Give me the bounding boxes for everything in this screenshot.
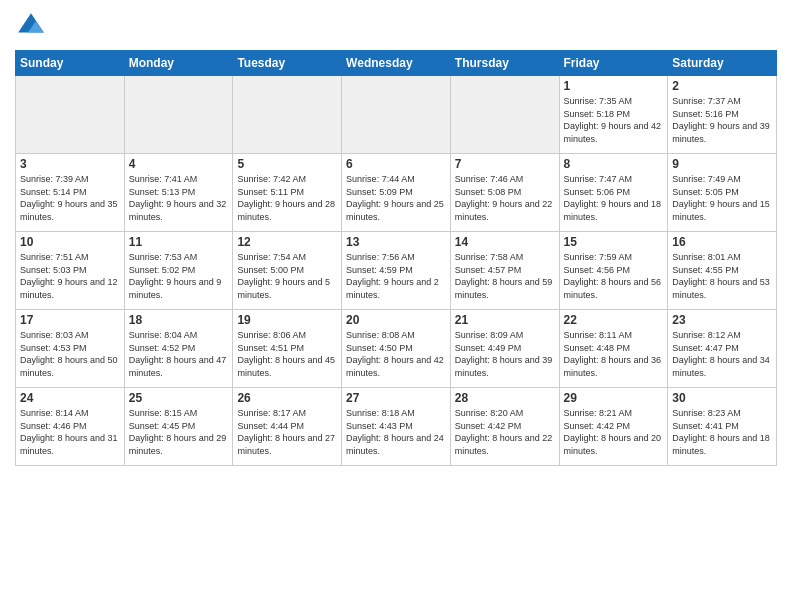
calendar-cell: 11Sunrise: 7:53 AM Sunset: 5:02 PM Dayli… bbox=[124, 232, 233, 310]
day-number: 1 bbox=[564, 79, 664, 93]
calendar-cell: 23Sunrise: 8:12 AM Sunset: 4:47 PM Dayli… bbox=[668, 310, 777, 388]
day-info: Sunrise: 8:15 AM Sunset: 4:45 PM Dayligh… bbox=[129, 407, 229, 457]
day-info: Sunrise: 8:08 AM Sunset: 4:50 PM Dayligh… bbox=[346, 329, 446, 379]
day-info: Sunrise: 8:03 AM Sunset: 4:53 PM Dayligh… bbox=[20, 329, 120, 379]
day-info: Sunrise: 7:56 AM Sunset: 4:59 PM Dayligh… bbox=[346, 251, 446, 301]
day-info: Sunrise: 8:18 AM Sunset: 4:43 PM Dayligh… bbox=[346, 407, 446, 457]
day-number: 17 bbox=[20, 313, 120, 327]
day-number: 15 bbox=[564, 235, 664, 249]
day-number: 10 bbox=[20, 235, 120, 249]
day-number: 19 bbox=[237, 313, 337, 327]
calendar-cell: 7Sunrise: 7:46 AM Sunset: 5:08 PM Daylig… bbox=[450, 154, 559, 232]
calendar-cell: 14Sunrise: 7:58 AM Sunset: 4:57 PM Dayli… bbox=[450, 232, 559, 310]
calendar-cell: 16Sunrise: 8:01 AM Sunset: 4:55 PM Dayli… bbox=[668, 232, 777, 310]
day-info: Sunrise: 7:41 AM Sunset: 5:13 PM Dayligh… bbox=[129, 173, 229, 223]
calendar-table: SundayMondayTuesdayWednesdayThursdayFrid… bbox=[15, 50, 777, 466]
calendar-header-thursday: Thursday bbox=[450, 51, 559, 76]
calendar-cell: 18Sunrise: 8:04 AM Sunset: 4:52 PM Dayli… bbox=[124, 310, 233, 388]
calendar-cell bbox=[16, 76, 125, 154]
calendar-cell: 27Sunrise: 8:18 AM Sunset: 4:43 PM Dayli… bbox=[342, 388, 451, 466]
day-number: 26 bbox=[237, 391, 337, 405]
day-number: 23 bbox=[672, 313, 772, 327]
calendar-cell: 25Sunrise: 8:15 AM Sunset: 4:45 PM Dayli… bbox=[124, 388, 233, 466]
day-info: Sunrise: 8:21 AM Sunset: 4:42 PM Dayligh… bbox=[564, 407, 664, 457]
day-info: Sunrise: 8:20 AM Sunset: 4:42 PM Dayligh… bbox=[455, 407, 555, 457]
day-info: Sunrise: 8:09 AM Sunset: 4:49 PM Dayligh… bbox=[455, 329, 555, 379]
day-info: Sunrise: 7:54 AM Sunset: 5:00 PM Dayligh… bbox=[237, 251, 337, 301]
calendar-header-friday: Friday bbox=[559, 51, 668, 76]
day-info: Sunrise: 7:46 AM Sunset: 5:08 PM Dayligh… bbox=[455, 173, 555, 223]
calendar-week-4: 24Sunrise: 8:14 AM Sunset: 4:46 PM Dayli… bbox=[16, 388, 777, 466]
day-number: 5 bbox=[237, 157, 337, 171]
calendar-cell bbox=[233, 76, 342, 154]
calendar-cell: 6Sunrise: 7:44 AM Sunset: 5:09 PM Daylig… bbox=[342, 154, 451, 232]
day-number: 24 bbox=[20, 391, 120, 405]
calendar-cell: 12Sunrise: 7:54 AM Sunset: 5:00 PM Dayli… bbox=[233, 232, 342, 310]
page-container: SundayMondayTuesdayWednesdayThursdayFrid… bbox=[0, 0, 792, 476]
calendar-header-row: SundayMondayTuesdayWednesdayThursdayFrid… bbox=[16, 51, 777, 76]
day-number: 22 bbox=[564, 313, 664, 327]
calendar-cell: 4Sunrise: 7:41 AM Sunset: 5:13 PM Daylig… bbox=[124, 154, 233, 232]
calendar-cell bbox=[124, 76, 233, 154]
calendar-cell: 15Sunrise: 7:59 AM Sunset: 4:56 PM Dayli… bbox=[559, 232, 668, 310]
day-info: Sunrise: 7:49 AM Sunset: 5:05 PM Dayligh… bbox=[672, 173, 772, 223]
calendar-cell: 17Sunrise: 8:03 AM Sunset: 4:53 PM Dayli… bbox=[16, 310, 125, 388]
calendar-cell: 20Sunrise: 8:08 AM Sunset: 4:50 PM Dayli… bbox=[342, 310, 451, 388]
day-info: Sunrise: 8:17 AM Sunset: 4:44 PM Dayligh… bbox=[237, 407, 337, 457]
day-number: 18 bbox=[129, 313, 229, 327]
calendar-week-2: 10Sunrise: 7:51 AM Sunset: 5:03 PM Dayli… bbox=[16, 232, 777, 310]
calendar-cell: 22Sunrise: 8:11 AM Sunset: 4:48 PM Dayli… bbox=[559, 310, 668, 388]
calendar-cell: 30Sunrise: 8:23 AM Sunset: 4:41 PM Dayli… bbox=[668, 388, 777, 466]
day-info: Sunrise: 7:59 AM Sunset: 4:56 PM Dayligh… bbox=[564, 251, 664, 301]
day-number: 6 bbox=[346, 157, 446, 171]
calendar-cell bbox=[342, 76, 451, 154]
calendar-cell: 1Sunrise: 7:35 AM Sunset: 5:18 PM Daylig… bbox=[559, 76, 668, 154]
day-info: Sunrise: 8:23 AM Sunset: 4:41 PM Dayligh… bbox=[672, 407, 772, 457]
day-number: 13 bbox=[346, 235, 446, 249]
calendar-cell: 29Sunrise: 8:21 AM Sunset: 4:42 PM Dayli… bbox=[559, 388, 668, 466]
day-info: Sunrise: 8:11 AM Sunset: 4:48 PM Dayligh… bbox=[564, 329, 664, 379]
logo-icon bbox=[15, 10, 47, 42]
day-info: Sunrise: 7:42 AM Sunset: 5:11 PM Dayligh… bbox=[237, 173, 337, 223]
day-number: 7 bbox=[455, 157, 555, 171]
day-number: 30 bbox=[672, 391, 772, 405]
calendar-cell: 13Sunrise: 7:56 AM Sunset: 4:59 PM Dayli… bbox=[342, 232, 451, 310]
day-number: 14 bbox=[455, 235, 555, 249]
calendar-body: 1Sunrise: 7:35 AM Sunset: 5:18 PM Daylig… bbox=[16, 76, 777, 466]
day-number: 3 bbox=[20, 157, 120, 171]
calendar-header-wednesday: Wednesday bbox=[342, 51, 451, 76]
day-number: 25 bbox=[129, 391, 229, 405]
calendar-week-0: 1Sunrise: 7:35 AM Sunset: 5:18 PM Daylig… bbox=[16, 76, 777, 154]
calendar-header-sunday: Sunday bbox=[16, 51, 125, 76]
day-number: 9 bbox=[672, 157, 772, 171]
day-number: 28 bbox=[455, 391, 555, 405]
calendar-cell bbox=[450, 76, 559, 154]
day-number: 20 bbox=[346, 313, 446, 327]
calendar-cell: 8Sunrise: 7:47 AM Sunset: 5:06 PM Daylig… bbox=[559, 154, 668, 232]
day-info: Sunrise: 8:14 AM Sunset: 4:46 PM Dayligh… bbox=[20, 407, 120, 457]
day-info: Sunrise: 7:58 AM Sunset: 4:57 PM Dayligh… bbox=[455, 251, 555, 301]
calendar-cell: 24Sunrise: 8:14 AM Sunset: 4:46 PM Dayli… bbox=[16, 388, 125, 466]
day-info: Sunrise: 8:06 AM Sunset: 4:51 PM Dayligh… bbox=[237, 329, 337, 379]
day-info: Sunrise: 8:04 AM Sunset: 4:52 PM Dayligh… bbox=[129, 329, 229, 379]
calendar-header-tuesday: Tuesday bbox=[233, 51, 342, 76]
day-info: Sunrise: 7:53 AM Sunset: 5:02 PM Dayligh… bbox=[129, 251, 229, 301]
calendar-cell: 26Sunrise: 8:17 AM Sunset: 4:44 PM Dayli… bbox=[233, 388, 342, 466]
logo bbox=[15, 10, 51, 42]
day-info: Sunrise: 7:51 AM Sunset: 5:03 PM Dayligh… bbox=[20, 251, 120, 301]
calendar-cell: 3Sunrise: 7:39 AM Sunset: 5:14 PM Daylig… bbox=[16, 154, 125, 232]
calendar-cell: 2Sunrise: 7:37 AM Sunset: 5:16 PM Daylig… bbox=[668, 76, 777, 154]
day-number: 21 bbox=[455, 313, 555, 327]
day-info: Sunrise: 7:39 AM Sunset: 5:14 PM Dayligh… bbox=[20, 173, 120, 223]
calendar-cell: 9Sunrise: 7:49 AM Sunset: 5:05 PM Daylig… bbox=[668, 154, 777, 232]
day-number: 12 bbox=[237, 235, 337, 249]
day-info: Sunrise: 7:37 AM Sunset: 5:16 PM Dayligh… bbox=[672, 95, 772, 145]
calendar-cell: 10Sunrise: 7:51 AM Sunset: 5:03 PM Dayli… bbox=[16, 232, 125, 310]
day-number: 2 bbox=[672, 79, 772, 93]
day-info: Sunrise: 7:47 AM Sunset: 5:06 PM Dayligh… bbox=[564, 173, 664, 223]
calendar-cell: 28Sunrise: 8:20 AM Sunset: 4:42 PM Dayli… bbox=[450, 388, 559, 466]
calendar-cell: 21Sunrise: 8:09 AM Sunset: 4:49 PM Dayli… bbox=[450, 310, 559, 388]
page-header bbox=[15, 10, 777, 42]
day-info: Sunrise: 7:44 AM Sunset: 5:09 PM Dayligh… bbox=[346, 173, 446, 223]
day-number: 27 bbox=[346, 391, 446, 405]
